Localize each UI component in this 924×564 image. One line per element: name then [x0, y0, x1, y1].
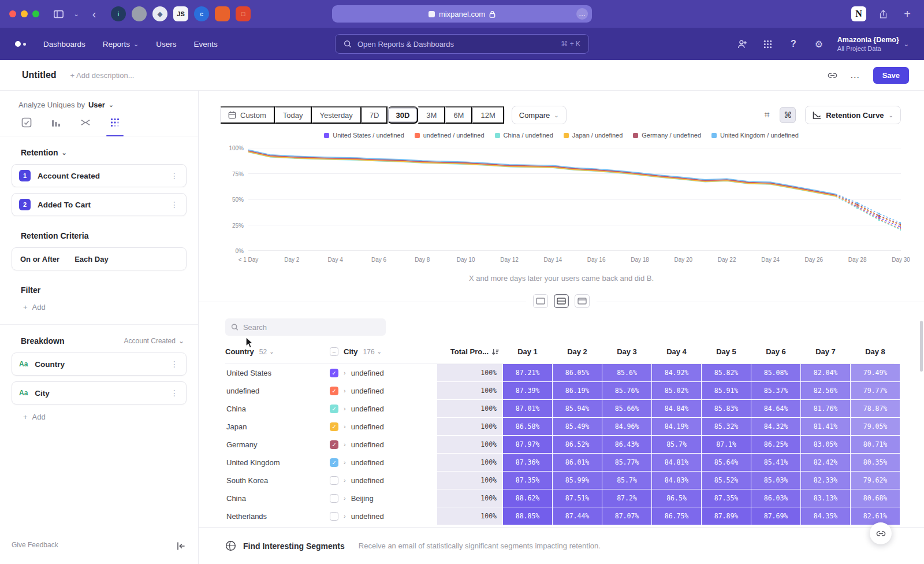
date-range-6m[interactable]: 6M — [445, 106, 472, 124]
close-window-button[interactable] — [9, 10, 16, 17]
copy-link-icon[interactable] — [828, 70, 837, 80]
row-checkbox[interactable] — [330, 494, 338, 503]
legend-item[interactable]: Germany / undefined — [633, 132, 701, 139]
expand-chevron-icon[interactable]: › — [344, 459, 346, 466]
extension-icon[interactable]: i — [111, 6, 126, 21]
date-range-30d[interactable]: 30D — [388, 106, 418, 124]
day-column-header[interactable]: Day 2 — [553, 347, 602, 356]
more-options-icon[interactable]: … — [850, 69, 860, 81]
view-toggle-table-only[interactable] — [575, 294, 590, 308]
legend-item[interactable]: undefined / undefined — [415, 132, 485, 139]
nav-item-dashboards[interactable]: Dashboards — [43, 40, 85, 49]
table-row[interactable]: United Kingdom✓›undefined100%87.36%86.01… — [225, 454, 894, 471]
address-bar[interactable]: mixpanel.com … — [332, 5, 592, 23]
tab-funnels[interactable] — [49, 117, 63, 136]
date-range-12m[interactable]: 12M — [472, 106, 504, 124]
tab-insights[interactable] — [20, 117, 33, 136]
tab-retention[interactable] — [108, 117, 122, 136]
add-description[interactable]: + Add description... — [70, 71, 135, 80]
expand-chevron-icon[interactable]: › — [344, 423, 346, 430]
kebab-menu-icon[interactable]: ⋮ — [170, 388, 179, 398]
legend-item[interactable]: United Kingdom / undefined — [711, 132, 799, 139]
table-row[interactable]: China›Beijing100%88.62%87.51%87.2%86.5%8… — [225, 489, 894, 507]
table-search-input[interactable] — [243, 323, 380, 332]
save-button[interactable]: Save — [873, 67, 909, 84]
mixpanel-logo[interactable] — [15, 41, 26, 47]
share-link-fab[interactable] — [870, 522, 892, 544]
nav-item-reports[interactable]: Reports⌄ — [103, 40, 139, 49]
table-row[interactable]: Germany✓›undefined100%87.97%86.52%86.43%… — [225, 436, 894, 453]
retention-step-a[interactable]: 1 Account Created ⋮ — [12, 164, 187, 187]
extension-icon[interactable]: JS — [173, 6, 188, 21]
expand-chevron-icon[interactable]: › — [344, 387, 346, 394]
kebab-menu-icon[interactable]: ⋮ — [170, 359, 179, 369]
back-icon[interactable]: ‹ — [87, 6, 102, 21]
day-column-header[interactable]: Day 1 — [503, 347, 552, 356]
sort-icon[interactable] — [491, 348, 499, 355]
kebab-menu-icon[interactable]: ⋮ — [170, 171, 179, 180]
table-row[interactable]: United States✓›undefined100%87.21%86.05%… — [225, 364, 894, 381]
date-range-3m[interactable]: 3M — [418, 106, 445, 124]
breakdown-property-name[interactable]: City — [35, 389, 50, 398]
row-checkbox[interactable]: ✓ — [330, 405, 338, 413]
project-switcher[interactable]: Amazonia {Demo} All Project Data ⌄ — [837, 36, 909, 52]
compare-button[interactable]: Compare ⌄ — [512, 106, 567, 124]
address-more-icon[interactable]: … — [576, 8, 588, 20]
date-range-custom[interactable]: Custom — [221, 106, 275, 124]
row-checkbox[interactable]: ✓ — [330, 458, 338, 467]
day-column-header[interactable]: Day 5 — [702, 347, 751, 356]
global-search[interactable]: Open Reports & Dashboards ⌘ + K — [335, 34, 589, 54]
tab-flows[interactable] — [79, 117, 92, 136]
sidebar-toggle-icon[interactable] — [51, 6, 66, 21]
row-checkbox[interactable]: ✓ — [330, 422, 338, 431]
collapse-sidebar-icon[interactable] — [176, 542, 185, 550]
row-checkbox[interactable]: ✓ — [330, 369, 338, 377]
date-range-yesterday[interactable]: Yesterday — [312, 106, 362, 124]
legend-item[interactable]: China / undefined — [495, 132, 553, 139]
keyboard-shortcuts-icon[interactable]: ⌘ — [780, 107, 796, 123]
extension-icon[interactable]: ◆ — [152, 6, 167, 21]
legend-item[interactable]: United States / undefined — [324, 132, 404, 139]
expand-chevron-icon[interactable]: › — [344, 513, 346, 520]
invite-user-icon[interactable] — [736, 37, 750, 51]
add-filter-button[interactable]: + Add — [23, 303, 187, 311]
analyze-entity-select[interactable]: User — [88, 101, 105, 109]
table-row[interactable]: South Korea›undefined100%87.35%85.99%85.… — [225, 472, 894, 489]
vertical-scrollbar[interactable] — [920, 321, 923, 372]
country-column-header[interactable]: Country 52 ⌄ — [225, 347, 329, 356]
table-search[interactable] — [225, 318, 386, 336]
retention-section-label[interactable]: Retention — [21, 148, 58, 157]
apps-grid-icon[interactable] — [761, 37, 775, 51]
criteria-operator-select[interactable]: On or After — [20, 255, 59, 264]
retention-step-b[interactable]: 2 Added To Cart ⋮ — [12, 193, 187, 216]
row-checkbox[interactable]: ✓ — [330, 440, 338, 449]
nav-item-users[interactable]: Users — [156, 40, 176, 49]
day-column-header[interactable]: Day 3 — [602, 347, 651, 356]
table-row[interactable]: China✓›undefined100%87.01%85.94%85.66%84… — [225, 400, 894, 417]
expand-chevron-icon[interactable]: › — [344, 405, 346, 412]
date-range-today[interactable]: Today — [275, 106, 312, 124]
extension-icon[interactable] — [215, 6, 230, 21]
step-event-name[interactable]: Added To Cart — [38, 201, 91, 209]
expand-chevron-icon[interactable]: › — [344, 441, 346, 448]
minimize-window-button[interactable] — [21, 10, 28, 17]
notion-extension-icon[interactable]: N — [851, 6, 866, 21]
annotations-icon[interactable]: ⌗ — [759, 107, 775, 123]
extension-icon[interactable]: □ — [236, 6, 251, 21]
chart-type-select[interactable]: Retention Curve ⌄ — [805, 106, 901, 124]
nav-item-events[interactable]: Events — [194, 40, 218, 49]
chevron-down-icon[interactable]: ⌄ — [72, 6, 81, 21]
add-breakdown-button[interactable]: + Add — [23, 413, 187, 421]
day-column-header[interactable]: Day 6 — [751, 347, 800, 356]
help-icon[interactable]: ? — [787, 37, 800, 51]
zoom-window-button[interactable] — [32, 10, 39, 17]
view-toggle-chart-only[interactable] — [533, 294, 548, 308]
kebab-menu-icon[interactable]: ⋮ — [170, 200, 179, 209]
share-icon[interactable] — [875, 6, 891, 21]
total-column-header[interactable]: Total Pro... — [437, 347, 502, 356]
breakdown-scope-select[interactable]: Account Created ⌄ — [124, 337, 184, 345]
row-checkbox[interactable]: ✓ — [330, 387, 338, 395]
day-column-header[interactable]: Day 7 — [801, 347, 850, 356]
expand-chevron-icon[interactable]: › — [344, 477, 346, 484]
table-row[interactable]: undefined✓›undefined100%87.39%86.19%85.7… — [225, 382, 894, 399]
